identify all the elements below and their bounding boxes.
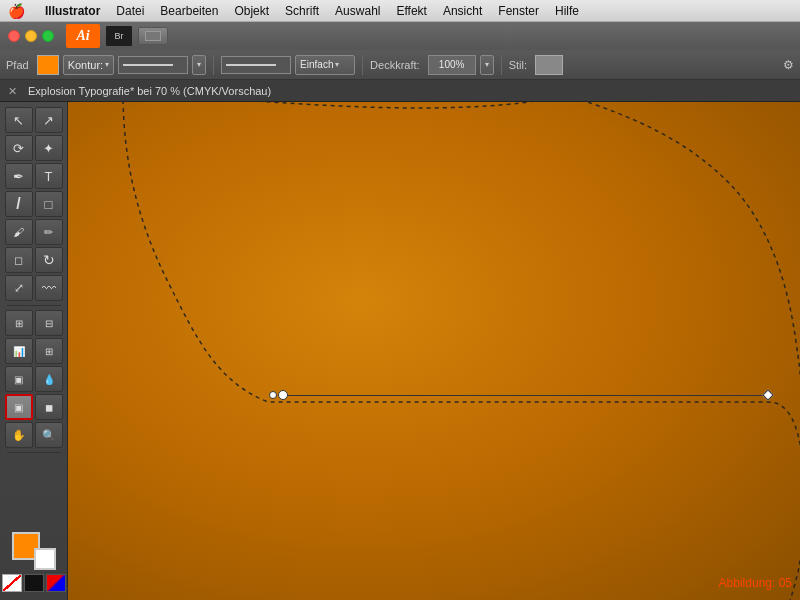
paintbrush-tool[interactable]: 🖌 [5,219,33,245]
opacity-label: Deckkraft: [370,59,420,71]
rotate-tool[interactable]: ↻ [35,247,63,273]
menu-bearbeiten[interactable]: Bearbeiten [160,4,218,18]
view-mode-icon [145,31,161,41]
traffic-lights [8,30,54,42]
apple-menu[interactable]: 🍎 [8,3,25,19]
gear-icon[interactable]: ⚙ [783,58,794,72]
special-swatches-row [2,574,66,592]
direct-select-tool[interactable]: ↗ [35,107,63,133]
lasso-tool[interactable]: ⟳ [5,135,33,161]
tab-title[interactable]: Explosion Typografie* bei 70 % (CMYK/Vor… [20,85,279,97]
tool-row-5: 🖌 ✏ [5,219,63,245]
tool-row-11: ▣ ◼ [5,394,63,420]
stroke-width-arrow: ▾ [197,60,201,69]
opacity-arrow: ▾ [485,60,489,69]
slice-tool[interactable]: ◼ [35,394,63,420]
close-window-button[interactable] [8,30,20,42]
title-bar: Ai Br [0,22,800,50]
menu-objekt[interactable]: Objekt [234,4,269,18]
shape-builder-tool[interactable]: ⊟ [35,310,63,336]
opacity-dropdown[interactable]: ▾ [480,55,494,75]
maximize-window-button[interactable] [42,30,54,42]
separator-3 [501,55,502,75]
stroke-preview-line [123,64,173,66]
style-swatch[interactable] [535,55,563,75]
black-swatch[interactable] [24,574,44,592]
anchor-handle-left-outer[interactable] [278,390,288,400]
pen-tool[interactable]: ✒ [5,163,33,189]
rect-tool[interactable]: □ [35,191,63,217]
artboard-tool[interactable]: ▣ [5,394,33,420]
color-swatches [0,528,68,596]
graph-tool[interactable]: 📊 [5,338,33,364]
red-swatch[interactable] [46,574,66,592]
tool-row-9: 📊 ⊞ [5,338,63,364]
stroke-weight-field[interactable] [118,56,188,74]
stroke-dropdown[interactable]: Kontur: ▾ [63,55,114,75]
line-type-value: Einfach [300,59,333,70]
line-tool[interactable]: / [5,191,33,217]
opacity-field[interactable]: 100% [428,55,476,75]
gradient-tool[interactable]: ▣ [5,366,33,392]
separator-2 [362,55,363,75]
figure-label: Abbildung: 05 [719,576,792,590]
tab-close-button[interactable]: ✕ [8,85,20,97]
tool-row-12: ✋ 🔍 [5,422,63,448]
separator-2 [7,452,61,453]
anchor-handle-line [283,395,768,396]
none-swatch[interactable] [2,574,22,592]
ai-logo: Ai [66,24,100,48]
stroke-dropdown-arrow: ▾ [105,60,109,69]
stroke-width-dropdown[interactable]: ▾ [192,55,206,75]
view-mode-button[interactable] [138,27,168,45]
free-transform-tool[interactable]: ⊞ [5,310,33,336]
menu-ansicht[interactable]: Ansicht [443,4,482,18]
stroke-style-preview[interactable] [221,56,291,74]
menu-schrift[interactable]: Schrift [285,4,319,18]
background-color[interactable] [34,548,56,570]
fill-swatch[interactable] [37,55,59,75]
menu-hilfe[interactable]: Hilfe [555,4,579,18]
stroke-label: Kontur: [68,59,103,71]
swatch-group [12,532,56,570]
text-tool[interactable]: T [35,163,63,189]
line-type-arrow: ▾ [335,60,339,69]
minimize-window-button[interactable] [25,30,37,42]
menu-datei[interactable]: Datei [116,4,144,18]
canvas-background [68,102,800,600]
line-type-select[interactable]: Einfach ▾ [295,55,355,75]
main-area: ↖ ↗ ⟳ ✦ ✒ T / □ 🖌 ✏ ◻ ↻ ⤢ 〰 ⊞ ⊟ [0,102,800,600]
tool-row-3: ✒ T [5,163,63,189]
tool-row-4: / □ [5,191,63,217]
zoom-tool[interactable]: 🔍 [35,422,63,448]
style-label: Stil: [509,59,527,71]
eyedropper-tool[interactable]: 💧 [35,366,63,392]
path-label: Pfad [6,59,29,71]
app-name[interactable]: Illustrator [45,4,100,18]
mesh-tool[interactable]: ⊞ [35,338,63,364]
hand-tool[interactable]: ✋ [5,422,33,448]
warp-tool[interactable]: 〰 [35,275,63,301]
canvas-area[interactable]: Abbildung: 05 [68,102,800,600]
toolbar: ↖ ↗ ⟳ ✦ ✒ T / □ 🖌 ✏ ◻ ↻ ⤢ 〰 ⊞ ⊟ [0,102,68,600]
pencil-tool[interactable]: ✏ [35,219,63,245]
tool-row-1: ↖ ↗ [5,107,63,133]
stroke-style-line [226,64,276,66]
eraser-tool[interactable]: ◻ [5,247,33,273]
menu-auswahl[interactable]: Auswahl [335,4,380,18]
br-icon[interactable]: Br [106,26,132,46]
anchor-point-left[interactable] [269,391,277,399]
menu-fenster[interactable]: Fenster [498,4,539,18]
tab-bar: ✕ Explosion Typografie* bei 70 % (CMYK/V… [0,80,800,102]
menu-bar: 🍎 Illustrator Datei Bearbeiten Objekt Sc… [0,0,800,22]
separator-1 [213,55,214,75]
tool-row-2: ⟳ ✦ [5,135,63,161]
tool-row-6: ◻ ↻ [5,247,63,273]
scale-tool[interactable]: ⤢ [5,275,33,301]
menu-effekt[interactable]: Effekt [396,4,426,18]
tool-row-10: ▣ 💧 [5,366,63,392]
magic-wand-tool[interactable]: ✦ [35,135,63,161]
separator [7,305,61,306]
select-tool[interactable]: ↖ [5,107,33,133]
options-bar: Pfad Kontur: ▾ ▾ Einfach ▾ Deckkraft: 10… [0,50,800,80]
